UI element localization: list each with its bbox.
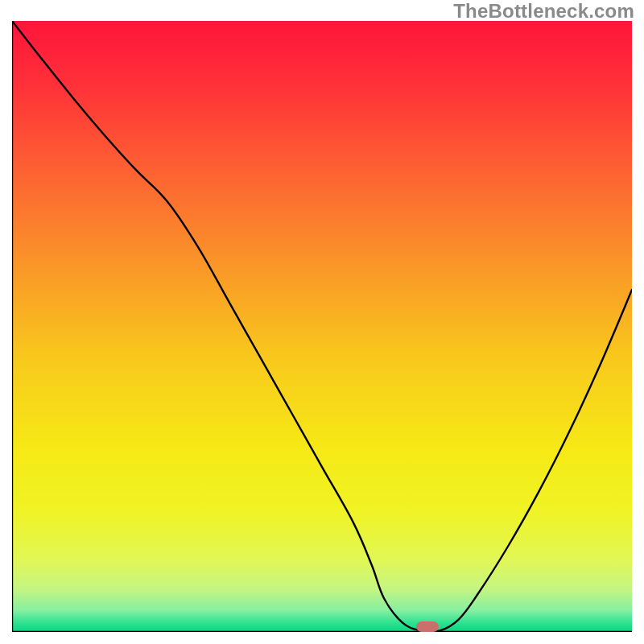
plot-area	[12, 21, 632, 632]
optimal-point-marker	[416, 621, 439, 632]
watermark-text: TheBottleneck.com	[453, 0, 634, 23]
gradient-background	[12, 21, 632, 632]
chart-container: TheBottleneck.com	[0, 0, 644, 644]
plot-svg	[12, 21, 632, 632]
